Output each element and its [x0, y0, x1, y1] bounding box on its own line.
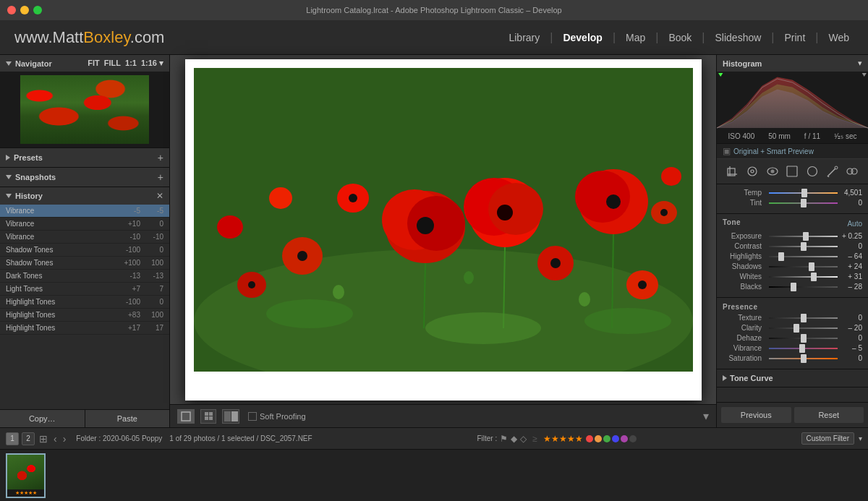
histogram-header[interactable]: Histogram ▾: [717, 55, 868, 72]
toolbar-arrow-down[interactable]: ▾: [703, 409, 709, 423]
tone-auto-button[interactable]: Auto: [847, 220, 862, 228]
exposure-thumb[interactable]: [803, 232, 809, 241]
tint-thumb[interactable]: [801, 199, 807, 207]
contrast-thumb[interactable]: [801, 242, 807, 251]
yellow-label-filter[interactable]: [595, 435, 602, 442]
nav-library[interactable]: Library: [504, 29, 544, 46]
previous-button[interactable]: Previous: [721, 407, 791, 423]
saturation-thumb[interactable]: [801, 354, 807, 363]
nav-print[interactable]: Print: [780, 29, 810, 46]
history-item-3[interactable]: Shadow Tones -100 0: [0, 244, 169, 257]
color-filter-icon[interactable]: ◇: [520, 434, 527, 444]
purple-label-filter[interactable]: [621, 435, 628, 442]
crop-overlay-tool[interactable]: [725, 163, 741, 179]
reset-button[interactable]: Reset: [794, 407, 864, 423]
history-item-8[interactable]: Highlight Tones +83 100: [0, 309, 169, 322]
fill-btn[interactable]: FILL: [104, 59, 121, 68]
grid-view-button[interactable]: ⊞: [38, 433, 49, 445]
flag-filter-icon[interactable]: ⚑: [500, 434, 508, 444]
soft-proof-control: Soft Proofing: [248, 412, 306, 421]
radial-filter-tool[interactable]: [804, 163, 820, 179]
vibrance-track[interactable]: [769, 348, 838, 349]
history-item-7[interactable]: Highlight Tones -100 0: [0, 296, 169, 309]
photo-image[interactable]: [194, 68, 693, 372]
clarity-thumb[interactable]: [793, 324, 799, 333]
maximize-button[interactable]: [33, 6, 42, 14]
saturation-track[interactable]: [769, 358, 838, 359]
texture-track[interactable]: [769, 317, 838, 319]
history-item-9[interactable]: Highlight Tones +17 17: [0, 322, 169, 335]
whites-track[interactable]: [769, 276, 838, 278]
nav-book[interactable]: Book: [664, 29, 696, 46]
highlights-track[interactable]: [769, 256, 838, 257]
histogram-menu-icon[interactable]: ▾: [858, 59, 862, 68]
clarity-track[interactable]: [769, 327, 838, 329]
whites-thumb[interactable]: [811, 273, 817, 281]
shadows-thumb[interactable]: [809, 262, 814, 271]
vibrance-thumb[interactable]: [799, 344, 805, 353]
custom-filter-button[interactable]: Custom Filter: [801, 432, 854, 445]
nav-slideshow[interactable]: Slideshow: [711, 29, 766, 46]
crop-tool[interactable]: [177, 409, 195, 424]
star-rating-filter[interactable]: ★★★★★: [543, 434, 583, 444]
page-1-button[interactable]: 1: [6, 432, 19, 445]
blacks-track[interactable]: [769, 286, 838, 288]
ratio-btn[interactable]: 1:16 ▾: [141, 59, 163, 68]
history-item-4[interactable]: Shadow Tones +100 100: [0, 257, 169, 270]
grid-tool[interactable]: [200, 409, 216, 424]
presets-header[interactable]: Presets +: [0, 148, 169, 167]
temp-thumb[interactable]: [801, 189, 807, 197]
no-label-filter[interactable]: [629, 435, 637, 442]
dehaze-track[interactable]: [769, 338, 838, 339]
snapshots-title: Snapshots: [15, 173, 56, 181]
history-item-1[interactable]: Vibrance +10 0: [0, 218, 169, 231]
contrast-track[interactable]: [769, 246, 838, 247]
green-label-filter[interactable]: [603, 435, 610, 442]
highlights-thumb[interactable]: [778, 252, 784, 261]
spot-removal-tool[interactable]: [744, 163, 760, 179]
presets-add-button[interactable]: +: [158, 152, 163, 163]
snapshots-add-button[interactable]: +: [158, 171, 163, 183]
exposure-track[interactable]: [769, 236, 838, 237]
red-eye-tool[interactable]: [765, 163, 780, 179]
page-2-button[interactable]: 2: [22, 432, 35, 445]
next-photo-button[interactable]: ›: [61, 433, 68, 445]
adjustment-brush-tool[interactable]: [825, 163, 841, 179]
temp-track[interactable]: [769, 192, 838, 194]
prev-photo-button[interactable]: ‹: [52, 433, 59, 445]
range-mask-tool[interactable]: [844, 163, 860, 179]
nav-map[interactable]: Map: [621, 29, 650, 46]
history-item-5[interactable]: Dark Tones -13 -13: [0, 270, 169, 283]
minimize-button[interactable]: [20, 6, 29, 14]
nav-develop[interactable]: Develop: [558, 29, 606, 46]
fit-btn[interactable]: FIT: [88, 59, 100, 68]
nav-web[interactable]: Web: [824, 29, 854, 46]
compare-tool[interactable]: [222, 409, 239, 424]
paste-button[interactable]: Paste: [85, 410, 170, 427]
svg-point-24: [660, 209, 668, 216]
diamond-filter-icon[interactable]: ◆: [511, 434, 517, 444]
history-header[interactable]: History ✕: [0, 187, 169, 205]
tint-track[interactable]: [769, 202, 838, 204]
close-button[interactable]: [7, 6, 16, 14]
navigator-header[interactable]: Navigator FIT FILL 1:1 1:16 ▾: [0, 55, 169, 72]
red-label-filter[interactable]: [586, 435, 593, 442]
blacks-thumb[interactable]: [791, 283, 796, 291]
filmstrip-thumb-1[interactable]: ★★★★★ ⊞ ◆ ↺: [6, 453, 46, 498]
copy-button[interactable]: Copy…: [0, 410, 85, 427]
graduated-filter-tool[interactable]: [784, 163, 800, 179]
dehaze-thumb[interactable]: [801, 334, 807, 343]
navigator-thumbnail[interactable]: [0, 72, 169, 147]
soft-proof-checkbox[interactable]: [248, 412, 257, 421]
svg-point-4: [407, 196, 465, 251]
shadows-track[interactable]: [769, 266, 838, 267]
history-clear-button[interactable]: ✕: [156, 191, 163, 201]
history-item-0[interactable]: Vibrance -5 -5: [0, 205, 169, 218]
1to1-btn[interactable]: 1:1: [125, 59, 137, 68]
blue-label-filter[interactable]: [612, 435, 619, 442]
history-item-6[interactable]: Light Tones +7 7: [0, 283, 169, 296]
custom-filter-arrow[interactable]: ▾: [859, 434, 862, 442]
snapshots-header[interactable]: Snapshots +: [0, 168, 169, 187]
texture-thumb[interactable]: [801, 314, 807, 322]
history-item-2[interactable]: Vibrance -10 -10: [0, 231, 169, 244]
